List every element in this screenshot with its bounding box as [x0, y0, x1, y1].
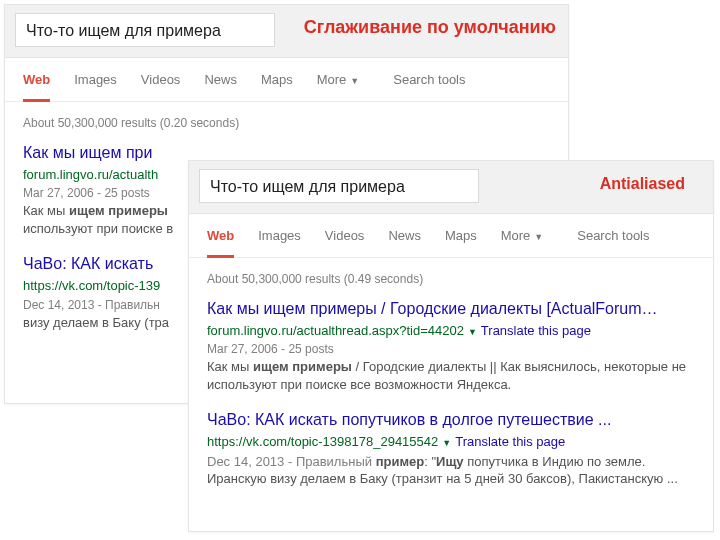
search-result: ЧаВо: КАК искать попутчиков в долгое пут…	[189, 407, 713, 501]
tab-images[interactable]: Images	[74, 72, 117, 102]
result-snippet: Как мы ищем примеры / Городские диалекты…	[207, 358, 695, 393]
tab-news[interactable]: News	[388, 228, 421, 258]
search-bar: Что-то ищем для примера Antialiased	[189, 161, 713, 214]
translate-link[interactable]: Translate this page	[481, 323, 591, 338]
chevron-down-icon[interactable]: ▼	[442, 438, 451, 448]
tab-search-tools[interactable]: Search tools	[577, 228, 649, 258]
result-url: https://vk.com/topic-1398178_29415542	[207, 434, 438, 449]
tab-videos[interactable]: Videos	[141, 72, 181, 102]
tab-more[interactable]: More▼	[501, 228, 544, 258]
tab-images[interactable]: Images	[258, 228, 301, 258]
tab-maps[interactable]: Maps	[261, 72, 293, 102]
chevron-down-icon[interactable]: ▼	[468, 327, 477, 337]
result-url-line: forum.lingvo.ru/actualthread.aspx?tid=44…	[207, 322, 695, 340]
tab-maps[interactable]: Maps	[445, 228, 477, 258]
label-default-smoothing: Сглаживание по умолчанию	[304, 17, 556, 38]
result-snippet: Dec 14, 2013 - Правильный пример: "Ищу п…	[207, 453, 695, 488]
result-stats: About 50,300,000 results (0.20 seconds)	[5, 102, 568, 140]
result-stats: About 50,300,000 results (0.49 seconds)	[189, 258, 713, 296]
tab-web[interactable]: Web	[23, 72, 50, 102]
result-url-line: https://vk.com/topic-1398178_29415542▼Tr…	[207, 433, 695, 451]
tab-search-tools[interactable]: Search tools	[393, 72, 465, 102]
search-input[interactable]: Что-то ищем для примера	[15, 13, 275, 47]
tab-videos[interactable]: Videos	[325, 228, 365, 258]
result-title-link[interactable]: Как мы ищем примеры / Городские диалекты…	[207, 298, 695, 320]
panel-antialiased: Что-то ищем для примера Antialiased Web …	[188, 160, 714, 532]
result-url: forum.lingvo.ru/actualthread.aspx?tid=44…	[207, 323, 464, 338]
search-result: Как мы ищем примеры / Городские диалекты…	[189, 296, 713, 407]
search-bar: Что-то ищем для примера Сглаживание по у…	[5, 5, 568, 58]
search-tabs: Web Images Videos News Maps More▼ Search…	[5, 58, 568, 102]
tab-more[interactable]: More▼	[317, 72, 360, 102]
tab-news[interactable]: News	[204, 72, 237, 102]
search-input[interactable]: Что-то ищем для примера	[199, 169, 479, 203]
search-tabs: Web Images Videos News Maps More▼ Search…	[189, 214, 713, 258]
chevron-down-icon: ▼	[534, 232, 543, 242]
result-meta: Mar 27, 2006 - 25 posts	[207, 341, 695, 357]
result-title-link[interactable]: ЧаВо: КАК искать попутчиков в долгое пут…	[207, 409, 695, 431]
chevron-down-icon: ▼	[350, 76, 359, 86]
tab-web[interactable]: Web	[207, 228, 234, 258]
translate-link[interactable]: Translate this page	[455, 434, 565, 449]
label-antialiased: Antialiased	[600, 175, 685, 193]
